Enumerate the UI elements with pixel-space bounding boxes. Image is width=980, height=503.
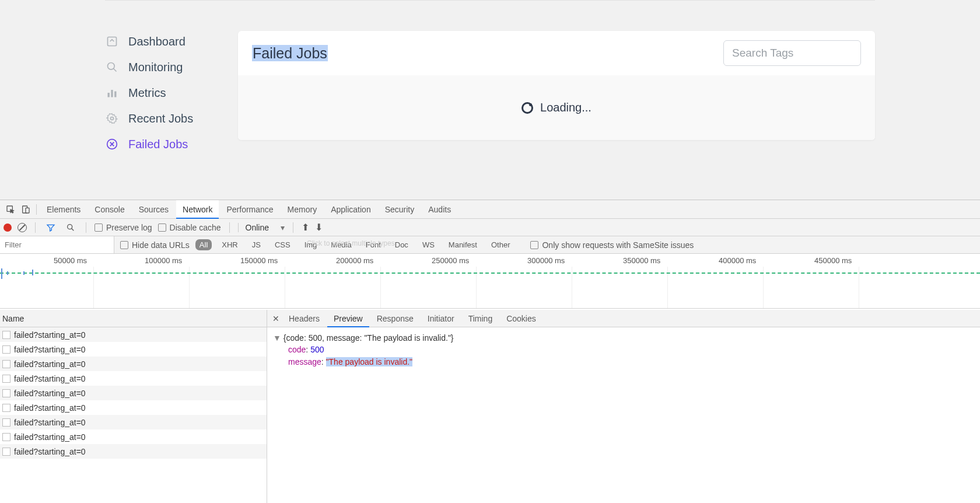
page-title: Failed Jobs — [252, 45, 328, 62]
request-row[interactable]: failed?starting_at=0 — [0, 327, 267, 342]
file-icon — [2, 360, 10, 368]
timeline-label: 100000 ms — [145, 256, 182, 265]
request-name: failed?starting_at=0 — [14, 374, 86, 383]
tab-preview[interactable]: Preview — [327, 310, 369, 327]
request-name: failed?starting_at=0 — [14, 359, 86, 369]
card-header: Failed Jobs — [238, 31, 875, 75]
sidebar-item-failed-jobs[interactable]: Failed Jobs — [105, 131, 238, 157]
device-toggle-icon[interactable] — [19, 202, 33, 216]
disable-cache-checkbox[interactable]: Disable cache — [158, 223, 221, 232]
tab-initiator[interactable]: Initiator — [421, 310, 461, 327]
upload-har-icon[interactable]: ⬆ — [302, 222, 309, 233]
close-detail-button[interactable]: ✕ — [271, 313, 281, 324]
request-row[interactable]: failed?starting_at=0 — [0, 400, 267, 415]
tab-network[interactable]: Network — [176, 200, 219, 219]
svg-rect-0 — [108, 37, 117, 46]
main-content: Failed Jobs Loading... — [238, 8, 980, 200]
filter-type-media[interactable]: Media — [327, 239, 355, 250]
sidebar-item-metrics[interactable]: Metrics — [105, 80, 238, 106]
filter-type-all[interactable]: All — [195, 239, 212, 250]
tab-timing[interactable]: Timing — [462, 310, 499, 327]
search-icon[interactable] — [64, 221, 78, 235]
filter-type-ws[interactable]: WS — [418, 239, 439, 250]
filter-type-manifest[interactable]: Manifest — [444, 239, 481, 250]
tab-memory[interactable]: Memory — [281, 200, 324, 219]
tab-console[interactable]: Console — [88, 200, 131, 219]
timeline-label: 400000 ms — [719, 256, 756, 265]
network-timeline[interactable]: 50000 ms 100000 ms 150000 ms 200000 ms 2… — [0, 254, 980, 309]
file-icon — [2, 433, 10, 441]
metrics-icon — [105, 86, 119, 100]
devtools-tabs: Elements Console Sources Network Perform… — [0, 200, 980, 219]
filter-type-css[interactable]: CSS — [271, 239, 295, 250]
record-button[interactable] — [4, 223, 12, 232]
filter-input[interactable] — [0, 236, 114, 254]
request-row[interactable]: failed?starting_at=0 — [0, 357, 267, 371]
sidebar-item-label: Metrics — [128, 86, 166, 100]
tab-sources[interactable]: Sources — [132, 200, 175, 219]
tab-response[interactable]: Response — [370, 310, 420, 327]
filter-type-img[interactable]: Img — [300, 239, 321, 250]
hide-data-urls-checkbox[interactable]: Hide data URLs — [120, 240, 190, 250]
throttling-select[interactable]: Online▾ — [238, 223, 285, 232]
tab-elements[interactable]: Elements — [40, 200, 87, 219]
samesite-checkbox[interactable]: Only show requests with SameSite issues — [530, 240, 694, 250]
clear-button[interactable] — [18, 223, 27, 232]
timeline-label: 150000 ms — [240, 256, 278, 265]
tab-audits[interactable]: Audits — [422, 200, 457, 219]
sidebar: Dashboard Monitoring Metrics Recent Jobs… — [0, 8, 238, 200]
download-har-icon[interactable]: ⬇ — [315, 222, 323, 233]
tab-security[interactable]: Security — [379, 200, 421, 219]
request-row[interactable]: failed?starting_at=0 — [0, 429, 267, 444]
file-icon — [2, 345, 10, 354]
tab-cookies[interactable]: Cookies — [500, 310, 542, 327]
timeline-label: 450000 ms — [814, 256, 852, 265]
svg-line-14 — [71, 228, 74, 230]
detail-tabs: ✕ Headers Preview Response Initiator Tim… — [267, 310, 980, 327]
response-preview[interactable]: ▼{code: 500, message: "The payload is in… — [267, 327, 980, 372]
tab-headers[interactable]: Headers — [282, 310, 326, 327]
error-circle-icon — [105, 137, 119, 151]
svg-rect-5 — [114, 92, 116, 97]
file-icon — [2, 375, 10, 383]
request-row[interactable]: failed?starting_at=0 — [0, 386, 267, 400]
sidebar-item-dashboard[interactable]: Dashboard — [105, 29, 238, 54]
svg-rect-3 — [108, 93, 110, 97]
file-icon — [2, 389, 10, 397]
timeline-label: 50000 ms — [54, 256, 87, 265]
devtools-panel: Elements Console Sources Network Perform… — [0, 200, 980, 503]
tab-application[interactable]: Application — [324, 200, 377, 219]
request-name: failed?starting_at=0 — [14, 330, 86, 340]
request-name: failed?starting_at=0 — [14, 447, 86, 456]
filter-type-font[interactable]: Font — [362, 239, 385, 250]
app-root: Dashboard Monitoring Metrics Recent Jobs… — [0, 1, 980, 200]
inspect-icon[interactable] — [4, 202, 18, 216]
sidebar-item-recent-jobs[interactable]: Recent Jobs — [105, 106, 238, 131]
request-row[interactable]: failed?starting_at=0 — [0, 415, 267, 429]
file-icon — [2, 404, 10, 412]
column-header-name[interactable]: Name — [0, 310, 267, 327]
request-name: failed?starting_at=0 — [14, 403, 86, 413]
request-name: failed?starting_at=0 — [14, 389, 86, 398]
filter-type-doc[interactable]: Doc — [391, 239, 412, 250]
sidebar-item-label: Recent Jobs — [128, 112, 193, 125]
timeline-label: 200000 ms — [336, 256, 373, 265]
request-row[interactable]: failed?starting_at=0 — [0, 444, 267, 459]
filter-type-other[interactable]: Other — [487, 239, 514, 250]
search-icon — [105, 60, 119, 74]
request-name: failed?starting_at=0 — [14, 345, 86, 354]
loading-text: Loading... — [540, 101, 592, 114]
request-row[interactable]: failed?starting_at=0 — [0, 371, 267, 386]
sidebar-item-monitoring[interactable]: Monitoring — [105, 54, 238, 80]
filter-type-xhr[interactable]: XHR — [218, 239, 242, 250]
sidebar-item-label: Dashboard — [128, 35, 186, 48]
search-tags-input[interactable] — [723, 40, 861, 66]
request-row[interactable]: failed?starting_at=0 — [0, 342, 267, 357]
filter-toggle-icon[interactable] — [44, 221, 58, 235]
network-toolbar: Preserve log Disable cache Online▾ ⬆ ⬇ — [0, 219, 980, 236]
preserve-log-checkbox[interactable]: Preserve log — [94, 223, 152, 232]
svg-rect-12 — [26, 208, 29, 213]
tab-performance[interactable]: Performance — [220, 200, 279, 219]
loading-state: Loading... — [238, 75, 875, 140]
filter-type-js[interactable]: JS — [248, 239, 265, 250]
